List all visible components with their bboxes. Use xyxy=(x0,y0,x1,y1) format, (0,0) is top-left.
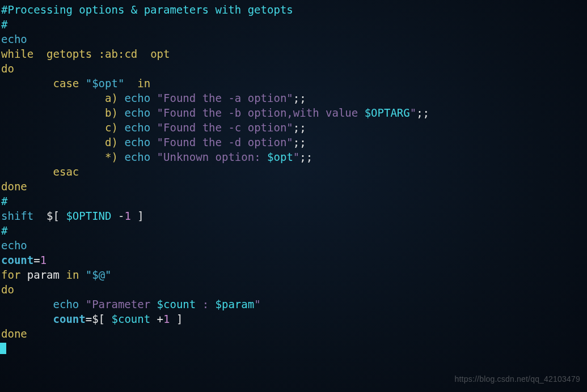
case-d: d) xyxy=(105,136,118,148)
opt-ref: $opt xyxy=(267,151,293,163)
getopts-cmd: getopts xyxy=(47,48,92,60)
for-kw: for xyxy=(1,269,20,281)
str-b-pre: "Found the -b option,with value xyxy=(157,106,365,119)
echo-d: echo xyxy=(124,136,150,148)
str-param-post: " xyxy=(254,298,260,310)
incr-open: $[ xyxy=(92,313,111,325)
shift-kw: shift xyxy=(1,210,33,222)
case-b: b) xyxy=(105,106,118,119)
hash: # xyxy=(1,224,7,237)
getopts-arg: :ab:cd xyxy=(99,48,138,60)
case-star: *) xyxy=(105,151,118,163)
at-quote: "$@" xyxy=(86,269,112,281)
in-kw: in xyxy=(66,269,79,281)
echo-star: echo xyxy=(124,151,150,163)
str-c: "Found the -c option" xyxy=(157,121,293,134)
str-param-mid: : xyxy=(196,298,215,310)
case-c: c) xyxy=(105,121,118,134)
echo-c: echo xyxy=(124,121,150,134)
str-b-post: " xyxy=(410,106,416,119)
expr-open: $[ xyxy=(47,210,66,222)
esac-kw: esac xyxy=(53,165,79,178)
echo: echo xyxy=(53,298,79,310)
cursor-icon xyxy=(0,343,6,354)
case-kw: case xyxy=(53,77,79,90)
echo-a: echo xyxy=(124,92,150,104)
done-kw2: done xyxy=(1,327,27,340)
watermark-text: https://blog.csdn.net/qq_42103479 xyxy=(455,372,580,386)
while-kw: while xyxy=(1,48,33,60)
semi: ;; xyxy=(293,92,306,104)
done-kw: done xyxy=(1,180,27,193)
str-param-pre: "Parameter xyxy=(86,298,157,310)
semi: ;; xyxy=(299,151,312,163)
semi: ;; xyxy=(293,121,306,134)
semi: ;; xyxy=(416,106,429,119)
hash: # xyxy=(1,195,7,207)
in-kw: in xyxy=(137,77,150,90)
expr-mid: - xyxy=(112,210,125,222)
eq: = xyxy=(86,313,92,325)
str-d: "Found the -d option" xyxy=(157,136,293,148)
eq: = xyxy=(33,254,40,266)
optarg-var: $OPTARG xyxy=(365,106,410,119)
expr-close: ] xyxy=(131,210,144,222)
comment-line: #Processing options & parameters with ge… xyxy=(1,3,293,16)
hash: # xyxy=(1,18,7,31)
opt-var: opt xyxy=(150,48,170,60)
echo: echo xyxy=(1,33,27,45)
incr-one: 1 xyxy=(163,313,170,325)
count-ref2: $count xyxy=(112,313,151,325)
count-var2: count xyxy=(53,313,86,325)
semi: ;; xyxy=(293,136,306,148)
optind-var: $OPTIND xyxy=(66,210,111,222)
case-var: "$opt" xyxy=(86,77,125,90)
echo: echo xyxy=(1,239,27,252)
case-a: a) xyxy=(105,92,118,104)
count-init: 1 xyxy=(40,254,47,266)
num-1: 1 xyxy=(124,210,130,222)
count-var: count xyxy=(1,254,33,266)
incr-close: ] xyxy=(170,313,183,325)
incr-plus: + xyxy=(150,313,163,325)
str-unk-pre: "Unknown option: xyxy=(157,151,267,163)
count-ref: $count xyxy=(157,298,196,310)
str-unk-post: " xyxy=(293,151,299,163)
do-kw: do xyxy=(1,283,14,296)
do-kw: do xyxy=(1,62,14,75)
code-block: #Processing options & parameters with ge… xyxy=(0,0,587,358)
echo-b: echo xyxy=(124,106,150,119)
str-a: "Found the -a option" xyxy=(157,92,293,104)
param-ref: $param xyxy=(216,298,255,310)
param: param xyxy=(27,269,60,281)
